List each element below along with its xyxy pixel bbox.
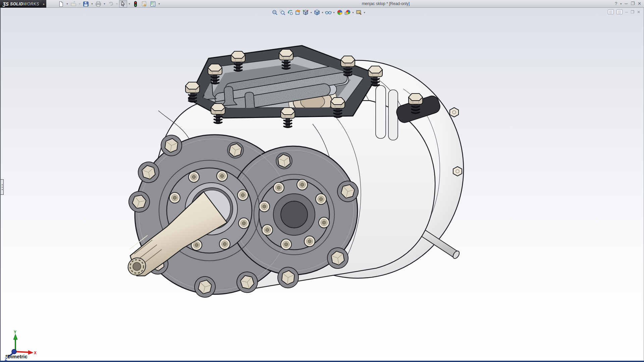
collapse-arrow-icon: ◂ bbox=[1, 188, 2, 190]
pane-toggle-left-button[interactable]: ◫ bbox=[608, 9, 614, 14]
titlebar: ƷS SOLIDWORKS ▸ ▾ ▾ bbox=[0, 0, 644, 8]
retainer-screw[interactable] bbox=[217, 171, 227, 181]
view-orientation-dropdown-icon[interactable]: ▾ bbox=[310, 11, 313, 14]
solidworks-window: ƷS SOLIDWORKS ▸ ▾ ▾ bbox=[0, 0, 644, 362]
apply-scene-icon bbox=[344, 9, 351, 15]
undo-icon bbox=[108, 1, 114, 7]
view-settings-icon bbox=[356, 9, 362, 15]
previous-view-button[interactable] bbox=[286, 9, 293, 16]
display-style-dropdown-icon[interactable]: ▾ bbox=[321, 11, 324, 14]
hide-show-items-button[interactable] bbox=[325, 9, 332, 16]
display-style-icon bbox=[314, 9, 320, 15]
retainer-screw[interactable] bbox=[259, 201, 270, 212]
new-button[interactable] bbox=[57, 0, 65, 7]
save-dropdown-arrow-icon[interactable]: ▾ bbox=[91, 2, 94, 5]
help-button[interactable]: ? bbox=[615, 0, 617, 7]
undo-button[interactable] bbox=[107, 0, 115, 7]
brand-works-text: WORKS bbox=[23, 2, 39, 6]
retainer-screw[interactable] bbox=[297, 179, 308, 190]
rebuild-button[interactable] bbox=[131, 0, 140, 7]
retainer-screw[interactable] bbox=[262, 225, 273, 235]
apply-scene-button[interactable] bbox=[344, 9, 351, 16]
triad-x-label: X bbox=[34, 351, 36, 355]
edit-appearance-icon bbox=[337, 9, 343, 15]
hide-show-items-dropdown-icon[interactable]: ▾ bbox=[332, 11, 335, 14]
triad-y-label: Y bbox=[14, 330, 16, 335]
menu-flyout-button[interactable]: ▸ bbox=[42, 0, 46, 8]
save-floppy-icon bbox=[83, 1, 89, 7]
print-dropdown-arrow-icon[interactable]: ▾ bbox=[103, 2, 106, 5]
section-view-icon bbox=[295, 9, 301, 15]
zoom-to-area-button[interactable] bbox=[279, 9, 286, 16]
solidworks-logo: ƷS SOLIDWORKS bbox=[0, 0, 42, 8]
edit-appearance-button[interactable] bbox=[336, 9, 343, 16]
main-toolbar: ▾ ▾ ▾ bbox=[57, 0, 161, 7]
view-orientation-button[interactable] bbox=[302, 9, 309, 16]
print-icon bbox=[95, 1, 101, 7]
document-title: menjac sklop * [Read-only] bbox=[335, 0, 436, 7]
view-settings-button[interactable] bbox=[355, 9, 362, 16]
headsup-view-toolbar: ▾ ▾ ▾ bbox=[271, 9, 366, 16]
view-orientation-icon bbox=[303, 9, 309, 15]
view-settings-dropdown-icon[interactable]: ▾ bbox=[363, 11, 366, 14]
graphics-area[interactable]: ▾ ▾ ▾ bbox=[0, 8, 644, 361]
retainer-screw[interactable] bbox=[281, 239, 291, 250]
display-style-button[interactable] bbox=[313, 9, 320, 16]
open-button[interactable] bbox=[69, 0, 77, 7]
3d-viewport[interactable] bbox=[1, 8, 644, 361]
hide-show-items-icon bbox=[325, 9, 332, 15]
ds-logo-icon: ƷS bbox=[3, 1, 9, 7]
open-dropdown-arrow-icon[interactable]: ▾ bbox=[78, 2, 81, 5]
retainer-screw[interactable] bbox=[319, 217, 329, 228]
undo-dropdown-arrow-icon[interactable]: ▾ bbox=[115, 2, 118, 5]
view-orientation-label: *Dimetric bbox=[5, 354, 28, 359]
print-button[interactable] bbox=[94, 0, 102, 7]
select-cursor-icon bbox=[120, 1, 126, 7]
select-dropdown-arrow-icon[interactable]: ▾ bbox=[128, 2, 131, 5]
window-controls: ? ▾ ─ ❐ ✕ bbox=[615, 0, 641, 7]
retainer-screw[interactable] bbox=[169, 192, 180, 203]
doc-close-button[interactable]: ✕ bbox=[637, 10, 640, 14]
close-button[interactable]: ✕ bbox=[638, 0, 641, 7]
file-properties-icon bbox=[141, 1, 147, 7]
document-window-controls: ◫ ◫ ─ ❐ ✕ bbox=[608, 9, 640, 14]
retainer-screw[interactable] bbox=[189, 172, 199, 182]
options-dropdown-arrow-icon[interactable]: ▾ bbox=[158, 2, 161, 5]
previous-view-icon bbox=[287, 9, 293, 15]
zoom-to-fit-button[interactable] bbox=[271, 9, 278, 16]
minimize-button[interactable]: ─ bbox=[625, 0, 628, 7]
select-button[interactable] bbox=[119, 0, 127, 7]
options-icon bbox=[150, 1, 156, 7]
zoom-to-fit-icon bbox=[272, 9, 278, 15]
save-button[interactable] bbox=[82, 0, 90, 7]
new-dropdown-arrow-icon[interactable]: ▾ bbox=[66, 2, 69, 5]
level-plug[interactable] bbox=[453, 167, 462, 176]
doc-restore-button[interactable]: ❐ bbox=[631, 10, 634, 14]
collapse-arrow-icon: ◂ bbox=[1, 184, 2, 186]
options-button[interactable] bbox=[149, 0, 157, 7]
retainer-screw[interactable] bbox=[237, 190, 248, 200]
restore-button[interactable]: ❐ bbox=[631, 0, 635, 7]
zoom-to-area-icon bbox=[279, 9, 285, 15]
retainer-screw[interactable] bbox=[273, 182, 284, 193]
rebuild-traffic-light-icon bbox=[133, 1, 138, 7]
retainer-screw[interactable] bbox=[304, 236, 315, 247]
retainer-screw[interactable] bbox=[238, 218, 249, 229]
retainer-screw[interactable] bbox=[219, 239, 230, 249]
featuremanager-collapse-tab[interactable]: ◂ ◂ ◂ bbox=[1, 179, 4, 195]
drain-plug[interactable] bbox=[450, 108, 459, 117]
collapse-arrow-icon: ◂ bbox=[1, 186, 2, 188]
doc-minimize-button[interactable]: ─ bbox=[625, 10, 628, 14]
pane-toggle-right-button[interactable]: ◫ bbox=[616, 9, 623, 14]
taskbar-edge bbox=[0, 361, 644, 362]
new-document-icon bbox=[58, 1, 64, 7]
apply-scene-dropdown-icon[interactable]: ▾ bbox=[352, 11, 355, 14]
file-properties-button[interactable] bbox=[140, 0, 148, 7]
section-view-button[interactable] bbox=[294, 9, 301, 16]
retainer-screw[interactable] bbox=[316, 194, 326, 204]
help-dropdown-arrow-icon[interactable]: ▾ bbox=[620, 2, 622, 5]
model-gearbox[interactable] bbox=[124, 46, 464, 300]
brand-solid-text: SOLID bbox=[10, 2, 23, 6]
open-folder-icon bbox=[70, 1, 76, 7]
